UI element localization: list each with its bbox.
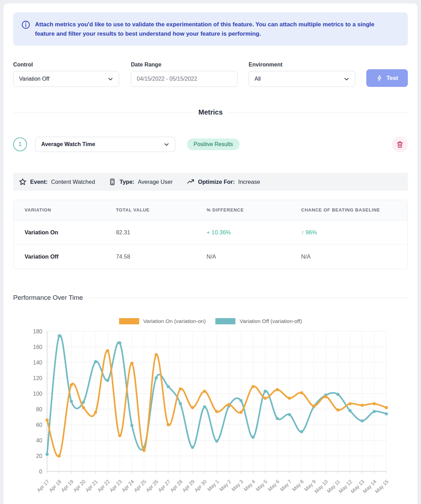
performance-title: Performance Over Time	[13, 294, 83, 302]
svg-text:Apr 29: Apr 29	[181, 479, 196, 493]
svg-text:May 10: May 10	[313, 479, 329, 494]
optimize-detail: Optimize For: Increase	[187, 178, 260, 186]
svg-text:Apr 21: Apr 21	[84, 479, 99, 493]
control-select[interactable]: Variation Off	[13, 71, 119, 87]
filters-row: Control Variation Off Date Range 04/15/2…	[13, 62, 408, 87]
svg-text:Apr 17: Apr 17	[36, 479, 51, 493]
type-label: Type:	[119, 179, 134, 185]
svg-text:180: 180	[33, 328, 42, 334]
col-variation: VARIATION	[14, 200, 116, 220]
divider-line	[89, 298, 408, 298]
positive-results-badge: Positive Results	[187, 138, 240, 150]
svg-text:Apr 20: Apr 20	[72, 479, 87, 493]
svg-text:80: 80	[36, 406, 42, 412]
svg-text:0: 0	[39, 469, 42, 475]
chart-legend: Variation On (variation-on) Variation Of…	[13, 318, 408, 324]
environment-select[interactable]: All	[249, 71, 355, 87]
calculator-icon	[109, 178, 116, 186]
info-banner-text: Attach metrics you'd like to use to vali…	[35, 20, 392, 38]
col-chance: CHANCE OF BEATING BASELINE	[301, 200, 407, 220]
svg-text:May 3: May 3	[231, 479, 244, 492]
line-chart-svg: 020406080100120140160180Apr 17Apr 18Apr …	[13, 326, 408, 501]
optimize-label: Optimize For:	[198, 179, 235, 185]
svg-text:20: 20	[36, 453, 42, 459]
svg-text:Apr 19: Apr 19	[60, 479, 75, 493]
svg-text:Apr 25: Apr 25	[133, 479, 147, 493]
star-icon	[19, 178, 27, 186]
table-header-row: VARIATION TOTAL VALUE % DIFFERENCE CHANC…	[14, 200, 407, 220]
control-selected-value: Variation Off	[19, 76, 49, 82]
table-row: Variation Off 74.58 N/A N/A	[14, 244, 407, 269]
difference-value: N/A	[207, 244, 301, 269]
chevron-down-icon	[164, 142, 169, 147]
chevron-down-icon	[344, 76, 349, 82]
chevron-down-icon	[108, 76, 113, 82]
col-difference: % DIFFERENCE	[207, 200, 301, 220]
total-value: 82.31	[116, 220, 207, 244]
svg-text:100: 100	[33, 391, 42, 397]
lightning-icon	[376, 75, 383, 82]
table-row: Variation On 82.31 + 10.36% ↑ 96%	[14, 220, 407, 244]
svg-text:Apr 28: Apr 28	[169, 479, 184, 493]
variation-results-table: VARIATION TOTAL VALUE % DIFFERENCE CHANC…	[13, 200, 408, 269]
svg-text:Apr 30: Apr 30	[194, 479, 208, 493]
delete-metric-button[interactable]	[392, 136, 408, 152]
svg-text:Apr 22: Apr 22	[97, 479, 111, 493]
svg-text:140: 140	[33, 360, 42, 366]
trending-up-icon	[187, 178, 195, 186]
feature-metrics-panel: Attach metrics you'd like to use to vali…	[3, 3, 418, 504]
type-value: Average User	[138, 179, 173, 185]
variation-name: Variation Off	[14, 244, 116, 269]
svg-text:Apr 26: Apr 26	[145, 479, 160, 493]
performance-section-header: Performance Over Time	[13, 294, 408, 302]
date-range-label: Date Range	[131, 62, 238, 68]
event-label: Event:	[30, 179, 47, 185]
legend-item-variation-off: Variation Off (variation-off)	[215, 318, 302, 324]
divider-line	[13, 112, 193, 112]
metric-select[interactable]: Average Watch Time	[35, 137, 175, 152]
legend-item-variation-on: Variation On (variation-on)	[119, 318, 206, 324]
svg-text:May 5: May 5	[255, 479, 268, 492]
col-total-value: TOTAL VALUE	[116, 200, 207, 220]
environment-label: Environment	[249, 62, 355, 68]
metrics-section-title: Metrics	[198, 108, 223, 116]
performance-chart: 020406080100120140160180Apr 17Apr 18Apr …	[13, 326, 408, 503]
svg-text:May 1: May 1	[206, 479, 220, 492]
test-button-label: Test	[386, 75, 398, 82]
svg-text:60: 60	[36, 422, 42, 428]
divider-line	[228, 112, 408, 112]
test-button[interactable]: Test	[366, 69, 408, 87]
svg-text:May 15: May 15	[374, 479, 389, 494]
date-range-input[interactable]: 04/15/2022 - 05/15/2022	[131, 71, 238, 87]
event-detail: Event: Content Watched	[19, 178, 95, 186]
svg-text:May 7: May 7	[279, 479, 293, 492]
svg-text:40: 40	[36, 438, 42, 443]
legend-swatch-orange	[119, 318, 139, 324]
svg-text:May 8: May 8	[291, 479, 305, 492]
environment-selected-value: All	[254, 76, 261, 82]
metric-details-strip: Event: Content Watched Type: Average Use…	[13, 173, 408, 191]
variation-name: Variation On	[14, 220, 116, 244]
svg-text:120: 120	[33, 375, 42, 381]
svg-text:May 2: May 2	[218, 479, 232, 492]
optimize-value: Increase	[238, 179, 260, 185]
svg-text:Apr 18: Apr 18	[48, 479, 63, 493]
type-detail: Type: Average User	[109, 178, 172, 186]
svg-text:Apr 27: Apr 27	[157, 479, 172, 493]
chance-value: N/A	[301, 244, 407, 269]
total-value: 74.58	[116, 244, 207, 269]
metrics-section-divider: Metrics	[13, 108, 408, 116]
metric-row: 1 Average Watch Time Positive Results	[13, 136, 408, 152]
svg-text:Apr 24: Apr 24	[121, 479, 135, 493]
info-icon	[21, 20, 30, 29]
metric-index-badge: 1	[13, 137, 27, 151]
legend-label: Variation Off (variation-off)	[240, 318, 302, 324]
chance-value: ↑ 96%	[301, 220, 407, 244]
svg-text:May 6: May 6	[267, 479, 280, 492]
svg-text:May 4: May 4	[243, 479, 256, 492]
metric-selected-value: Average Watch Time	[41, 141, 95, 147]
control-label: Control	[13, 62, 119, 68]
trash-icon	[396, 141, 404, 148]
event-value: Content Watched	[51, 179, 95, 185]
legend-swatch-teal	[215, 318, 235, 324]
